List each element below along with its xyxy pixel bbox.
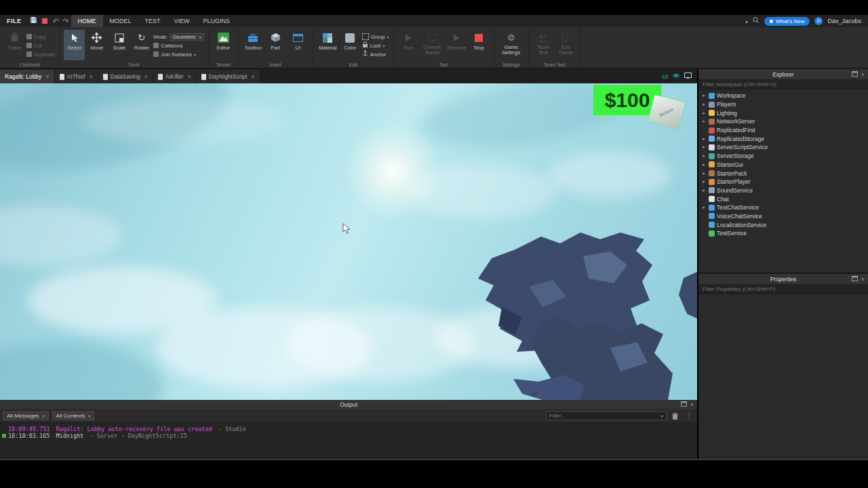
properties-filter-input[interactable]: Filter Properties (Ctrl+Shift+P) (698, 284, 868, 294)
doc-tab-script-datasaving[interactable]: DataSaving × (98, 70, 153, 83)
search-icon[interactable] (753, 17, 760, 25)
game-settings-button[interactable]: ⚙ Game Settings (498, 30, 524, 60)
chevron-right-icon[interactable]: ▸ (701, 162, 707, 167)
explorer-filter-input[interactable]: Filter workspace (Ctrl+Shift+X) (698, 79, 868, 89)
doc-tab-script-aithief[interactable]: AIThief × (55, 70, 98, 83)
record-icon[interactable] (42, 18, 47, 24)
explorer-item-testservice[interactable]: ▸TestService (698, 229, 868, 238)
collisions-toggle[interactable]: Collisions (153, 41, 203, 49)
team-test-button[interactable]: Team Test (533, 30, 554, 60)
dock-icon[interactable] (852, 276, 858, 283)
ribbon-tab-plugins[interactable]: PLUGINS (197, 15, 237, 27)
collapse-ribbon-icon[interactable]: ▴ (745, 18, 748, 24)
close-icon[interactable]: × (690, 401, 694, 408)
explorer-item-chat[interactable]: ▸Chat (698, 195, 868, 203)
terrain-editor-icon (218, 32, 229, 43)
join-surfaces-dropdown[interactable]: Join Surfaces ▾ (153, 50, 203, 58)
ribbon-tab-model[interactable]: MODEL (103, 15, 138, 27)
dock-icon[interactable] (681, 401, 687, 408)
ui-button[interactable]: UI (288, 30, 309, 60)
explorer-item-textchatservice[interactable]: ▸TextChatService (698, 203, 868, 212)
ribbon-tab-home[interactable]: HOME (71, 15, 103, 27)
ribbon-tab-view[interactable]: VIEW (167, 15, 197, 27)
explorer-item-voicechatservice[interactable]: ▸VoiceChatService (698, 212, 868, 221)
scale-tool-button[interactable]: Scale (108, 30, 130, 60)
explorer-item-serverscriptservice[interactable]: ▸ServerScriptService (698, 143, 868, 152)
doc-tab-place[interactable]: Ragalit: Lobby × (0, 70, 55, 83)
explorer-item-players[interactable]: ▸Players (698, 100, 868, 109)
explorer-item-serverstorage[interactable]: ▸ServerStorage (698, 152, 868, 161)
current-mode-label: Current: Server (423, 45, 441, 56)
explorer-item-starterplayer[interactable]: ▸StarterPlayer (698, 178, 868, 186)
chevron-right-icon[interactable]: ▸ (701, 119, 707, 124)
undo-icon[interactable]: ↶ (51, 15, 61, 27)
current-mode-dropdown[interactable]: Current: Server (420, 30, 445, 60)
whats-new-button[interactable]: What's New (764, 17, 810, 26)
save-icon[interactable] (28, 15, 39, 27)
chevron-right-icon[interactable]: ▸ (701, 171, 707, 176)
chevron-right-icon[interactable]: ▸ (701, 153, 707, 159)
ui-toggle[interactable]: UI (663, 73, 669, 80)
toolbox-button[interactable]: Toolbox (243, 30, 264, 60)
chevron-right-icon[interactable]: ▸ (701, 205, 707, 210)
output-filter-input[interactable]: Filter... ▾ (546, 411, 667, 420)
explorer-item-networkserver[interactable]: ▸NetworkServer (698, 117, 868, 126)
ribbon-tab-test[interactable]: TEST (138, 15, 167, 27)
copy-button[interactable]: Copy (26, 33, 55, 41)
exit-game-button[interactable]: Exit Game (555, 30, 576, 60)
close-icon[interactable]: × (45, 73, 49, 80)
close-icon[interactable]: × (90, 73, 93, 80)
fullscreen-icon[interactable] (684, 73, 692, 80)
stop-button[interactable]: Stop (469, 30, 490, 60)
explorer-item-localizationservice[interactable]: ▸LocalizationService (698, 220, 868, 229)
mode-dropdown[interactable]: Geometric ▾ (170, 33, 204, 41)
chevron-right-icon[interactable]: ▸ (701, 179, 707, 184)
terrain-editor-button[interactable]: Editor (213, 30, 234, 60)
anchor-toggle[interactable]: Anchor (362, 50, 389, 58)
redo-icon[interactable]: ↷ (61, 15, 71, 27)
close-icon[interactable]: × (861, 71, 865, 78)
3d-viewport[interactable]: $100 Bottom (0, 83, 697, 400)
explorer-item-starterpack[interactable]: ▸StarterPack (698, 169, 868, 178)
doc-tab-script-daynightscript[interactable]: DayNightScript × (197, 70, 260, 83)
chevron-right-icon[interactable]: ▸ (701, 144, 707, 150)
messages-filter-dropdown[interactable]: All Messages ▾ (3, 411, 49, 420)
explorer-item-lighting[interactable]: ▸Lighting (698, 108, 868, 117)
explorer-item-replicatedstorage[interactable]: ▸ReplicatedStorage (698, 134, 868, 143)
color-button[interactable]: Color (340, 30, 361, 60)
explorer-item-soundservice[interactable]: ▸SoundService (698, 186, 868, 195)
chevron-right-icon[interactable]: ▸ (701, 93, 707, 98)
cut-button[interactable]: Cut (26, 41, 55, 49)
close-icon[interactable]: × (861, 276, 865, 283)
explorer-item-startergui[interactable]: ▸StarterGui (698, 161, 868, 169)
explorer-item-workspace[interactable]: ▸Workspace (698, 92, 868, 100)
select-tool-button[interactable]: Select (64, 30, 85, 60)
file-menu[interactable]: FILE (0, 18, 28, 24)
part-button[interactable]: Part (265, 30, 286, 60)
resume-button[interactable]: Resume (446, 30, 467, 60)
avatar[interactable]: D (814, 17, 823, 25)
move-tool-button[interactable]: Move (86, 30, 107, 60)
close-icon[interactable]: × (144, 73, 148, 80)
chevron-right-icon[interactable]: ▸ (701, 188, 707, 193)
paste-button[interactable]: Paste (4, 30, 25, 60)
run-button[interactable]: Run (398, 30, 419, 60)
explorer-item-replicatedfirst[interactable]: ▸ReplicatedFirst (698, 126, 868, 135)
dock-icon[interactable] (852, 71, 858, 78)
ribbon-section-team-test: Team Test Exit Game Team Test (529, 27, 581, 68)
contexts-filter-dropdown[interactable]: All Contexts ▾ (52, 411, 95, 420)
eye-icon[interactable] (672, 73, 680, 80)
chevron-right-icon[interactable]: ▸ (701, 136, 707, 142)
lock-dropdown[interactable]: Lock ▾ (362, 41, 389, 49)
doc-tab-script-aikiller[interactable]: AiKiller × (153, 70, 197, 83)
chevron-right-icon[interactable]: ▸ (701, 110, 707, 116)
group-dropdown[interactable]: Group ▾ (362, 33, 389, 41)
kebab-menu-icon[interactable]: ⋮ (684, 412, 694, 420)
chevron-right-icon[interactable]: ▸ (701, 102, 707, 107)
close-icon[interactable]: × (251, 73, 254, 80)
rotate-tool-button[interactable]: ↻ Rotate (131, 30, 152, 60)
duplicate-button[interactable]: Duplicate (26, 50, 55, 58)
material-button[interactable]: Material (317, 30, 338, 60)
close-icon[interactable]: × (187, 73, 191, 80)
clear-output-icon[interactable] (670, 413, 680, 420)
